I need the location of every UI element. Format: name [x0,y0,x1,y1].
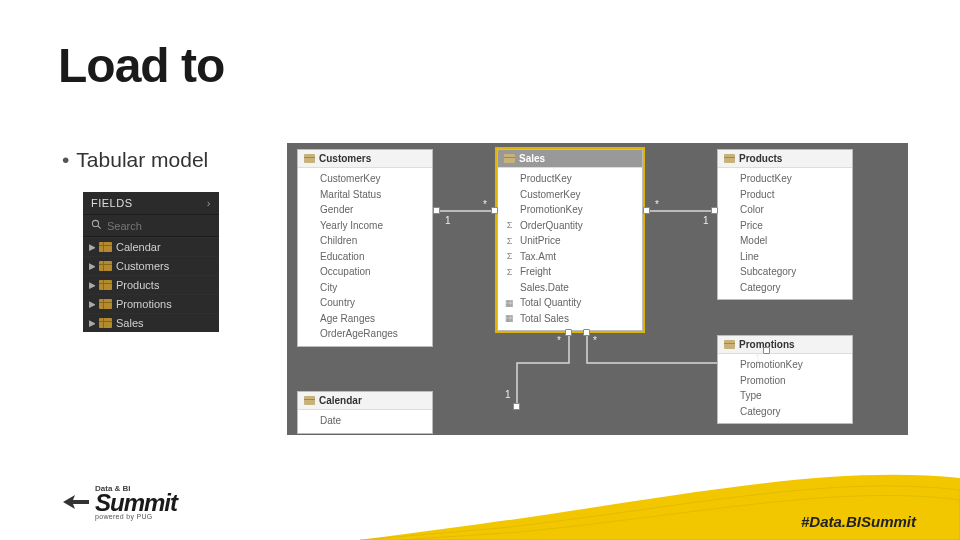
entity-field[interactable]: Color [718,202,852,218]
cardinality-one: 1 [505,389,511,400]
entity-field[interactable]: ProductKey [718,171,852,187]
caret-right-icon: ▶ [89,280,95,290]
entity-field[interactable]: Product [718,187,852,203]
entity-field[interactable]: Gender [298,202,432,218]
entity-field[interactable]: ΣTax.Amt [498,249,642,265]
sigma-icon: Σ [504,266,515,278]
entity-header[interactable]: Promotions [718,336,852,354]
entity-field[interactable]: ΣUnitPrice [498,233,642,249]
search-row[interactable] [83,215,219,237]
entity-promotions[interactable]: Promotions PromotionKey Promotion Type C… [717,335,853,424]
fields-header: FIELDS › [83,192,219,215]
slide-title: Load to [58,38,224,93]
entity-field[interactable]: Subcategory [718,264,852,280]
cardinality-one: 1 [703,215,709,226]
entity-field[interactable]: Type [718,388,852,404]
table-icon [99,318,112,328]
entity-header[interactable]: Products [718,150,852,168]
bullet-row: • Tabular model [62,148,208,172]
caret-right-icon: ▶ [89,318,95,328]
bullet-dot-icon: • [62,148,69,172]
fields-table-row[interactable]: ▶Promotions [83,294,219,313]
entity-calendar[interactable]: Calendar Date [297,391,433,434]
entity-field[interactable]: Occupation [298,264,432,280]
entity-field[interactable]: Yearly Income [298,218,432,234]
entity-body: Date [298,410,432,433]
entity-body: PromotionKey Promotion Type Category [718,354,852,423]
entity-field[interactable]: Age Ranges [298,311,432,327]
relationship-endpoint [513,403,520,410]
entity-field[interactable]: ΣFreight [498,264,642,280]
model-diagram[interactable]: Customers CustomerKey Marital Status Gen… [287,143,908,435]
entity-field[interactable]: Promotion [718,373,852,389]
entity-field[interactable]: ▦Total Sales [498,311,642,327]
sigma-icon: Σ [504,250,515,262]
fields-panel: FIELDS › ▶Calendar ▶Customers ▶Products … [83,192,219,332]
fields-table-row[interactable]: ▶Customers [83,256,219,275]
chevron-right-icon[interactable]: › [207,197,211,209]
entity-header[interactable]: Calendar [298,392,432,410]
arrow-icon [63,495,89,509]
entity-field[interactable]: Children [298,233,432,249]
relationship-endpoint [763,347,770,354]
table-icon [304,154,315,163]
fields-table-label: Promotions [116,298,172,310]
entity-body: ProductKey Product Color Price Model Lin… [718,168,852,299]
measure-icon: ▦ [504,312,515,324]
table-icon [724,340,735,349]
relationship-endpoint [491,207,498,214]
cardinality-many: * [593,335,597,346]
cardinality-one: 1 [445,215,451,226]
entity-field[interactable]: PromotionKey [498,202,642,218]
entity-title: Calendar [319,395,362,406]
svg-point-0 [92,220,98,226]
entity-field[interactable]: ΣOrderQuantity [498,218,642,234]
entity-field[interactable]: OrderAgeRanges [298,326,432,342]
entity-body: ProductKey CustomerKey PromotionKey ΣOrd… [498,168,642,330]
fields-table-row[interactable]: ▶Products [83,275,219,294]
table-icon [99,261,112,271]
entity-field[interactable]: Marital Status [298,187,432,203]
fields-table-label: Calendar [116,241,161,253]
svg-marker-4 [63,495,89,509]
table-icon [304,396,315,405]
entity-customers[interactable]: Customers CustomerKey Marital Status Gen… [297,149,433,347]
measure-icon: ▦ [504,297,515,309]
search-icon [91,219,102,232]
caret-right-icon: ▶ [89,299,95,309]
caret-right-icon: ▶ [89,242,95,252]
entity-field[interactable]: ▦Total Quantity [498,295,642,311]
entity-field[interactable]: Price [718,218,852,234]
table-icon [99,280,112,290]
fields-table-row[interactable]: ▶Sales [83,313,219,332]
hashtag-text: #Data.BISummit [801,513,916,530]
entity-field[interactable]: Line [718,249,852,265]
entity-field[interactable]: Sales.Date [498,280,642,296]
entity-field[interactable]: ProductKey [498,171,642,187]
relationship-endpoint [711,207,718,214]
entity-field[interactable]: Model [718,233,852,249]
fields-header-label: FIELDS [91,197,133,209]
search-input[interactable] [107,220,197,232]
cardinality-many: * [655,199,659,210]
entity-field[interactable]: City [298,280,432,296]
entity-header[interactable]: Sales [498,150,642,168]
entity-field[interactable]: CustomerKey [498,187,642,203]
fields-table-label: Products [116,279,159,291]
cardinality-many: * [483,199,487,210]
entity-field[interactable]: PromotionKey [718,357,852,373]
entity-field[interactable]: Category [718,280,852,296]
entity-field[interactable]: Category [718,404,852,420]
entity-field[interactable]: Country [298,295,432,311]
entity-products[interactable]: Products ProductKey Product Color Price … [717,149,853,300]
bullet-text: Tabular model [76,148,208,172]
caret-right-icon: ▶ [89,261,95,271]
entity-header[interactable]: Customers [298,150,432,168]
entity-field[interactable]: CustomerKey [298,171,432,187]
entity-sales[interactable]: Sales ProductKey CustomerKey PromotionKe… [497,149,643,331]
fields-table-row[interactable]: ▶Calendar [83,237,219,256]
cardinality-one: 1 [755,353,761,364]
entity-field[interactable]: Date [298,413,432,429]
table-icon [504,154,515,163]
entity-field[interactable]: Education [298,249,432,265]
